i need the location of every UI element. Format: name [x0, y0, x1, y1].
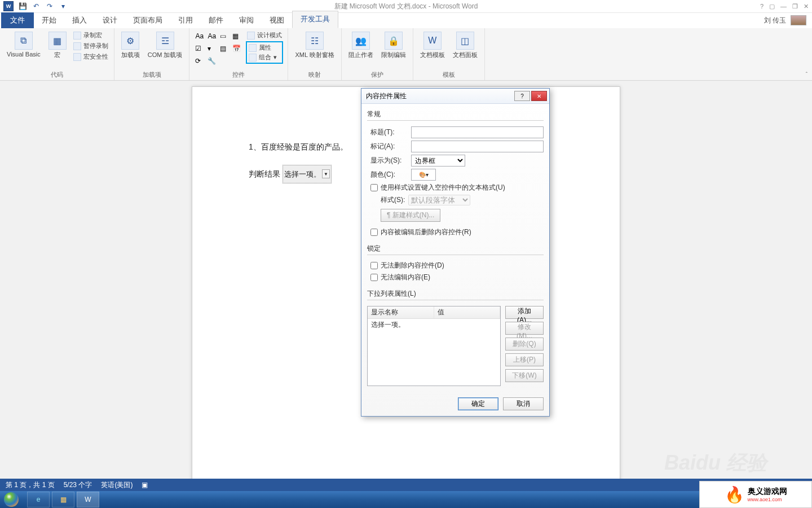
- section-general: 常规: [367, 108, 544, 121]
- plaintext-control-icon[interactable]: Aa: [206, 30, 218, 42]
- checkbox-control-icon[interactable]: ☑: [194, 43, 205, 54]
- cannot-delete-checkbox[interactable]: [370, 262, 378, 269]
- group-button[interactable]: 组合 ▾: [248, 52, 281, 62]
- macros-button[interactable]: ▦宏: [46, 30, 69, 60]
- tag-input[interactable]: [411, 141, 544, 152]
- title-bar: W 💾 ↶ ↷ ▾ 新建 Microsoft Word 文档.docx - Mi…: [0, 0, 812, 13]
- use-style-label: 使用样式设置键入空控件中的文本格式(U): [381, 183, 505, 192]
- tab-insert[interactable]: 插入: [64, 12, 95, 28]
- content-control-properties-dialog: 内容控件属性 ? ✕ 常规 标题(T): 标记(A): 显示为(S):边界框 颜…: [361, 88, 550, 417]
- language-indicator[interactable]: 英语(美国): [101, 480, 133, 490]
- watermark-brand: Baidu 经验: [664, 449, 767, 477]
- ribbon: ⧉Visual Basic ▦宏 录制宏 暂停录制 宏安全性 代码 ⚙加载项 ☲…: [0, 28, 812, 81]
- addins-button[interactable]: ⚙加载项: [119, 30, 142, 60]
- undo-icon[interactable]: ↶: [32, 2, 41, 11]
- document-template-button[interactable]: W文档模板: [418, 30, 447, 60]
- section-lock: 锁定: [367, 243, 544, 255]
- taskbar: e ▦ W: [0, 491, 812, 508]
- richtext-control-icon[interactable]: Aa: [194, 30, 205, 42]
- dropdown-value: 选择一项。: [284, 165, 321, 183]
- collapse-ribbon-icon[interactable]: ˆ: [806, 72, 807, 78]
- tag-field-label: 标记(A):: [370, 142, 408, 151]
- pause-recording-button[interactable]: 暂停录制: [72, 41, 109, 51]
- remove-after-edit-checkbox[interactable]: [370, 229, 378, 236]
- tab-layout[interactable]: 页面布局: [125, 12, 170, 28]
- macro-recording-icon[interactable]: ▣: [142, 481, 148, 489]
- restrict-editing-button[interactable]: 🔒限制编辑: [379, 30, 408, 60]
- tab-home[interactable]: 开始: [34, 12, 64, 28]
- com-addins-button[interactable]: ☲COM 加载项: [145, 30, 185, 60]
- xml-mapping-button[interactable]: ☷XML 映射窗格: [293, 30, 336, 60]
- cannot-edit-label: 无法编辑内容(E): [381, 273, 430, 282]
- macro-security-button[interactable]: 宏安全性: [72, 52, 109, 62]
- legacy-tools-icon[interactable]: 🔧: [206, 55, 218, 67]
- dialog-help-button[interactable]: ?: [514, 91, 530, 101]
- dialog-close-button[interactable]: ✕: [531, 91, 547, 101]
- redo-icon[interactable]: ↷: [45, 2, 54, 11]
- tab-mailings[interactable]: 邮件: [201, 12, 231, 28]
- dropdown-control-icon[interactable]: ▤: [219, 43, 230, 54]
- chevron-down-icon[interactable]: ▼: [322, 169, 330, 178]
- ie-taskbar-icon[interactable]: e: [27, 492, 50, 507]
- minimize-icon[interactable]: —: [780, 3, 787, 10]
- group-templates-label: 模板: [418, 69, 480, 80]
- tab-review[interactable]: 审阅: [231, 12, 262, 28]
- account-area[interactable]: 刘 传玉: [764, 15, 806, 25]
- tab-references[interactable]: 引用: [170, 12, 201, 28]
- visual-basic-button[interactable]: ⧉Visual Basic: [5, 30, 43, 59]
- col-display-name: 显示名称: [368, 306, 434, 318]
- combobox-control-icon[interactable]: ▾: [206, 43, 218, 54]
- showas-select[interactable]: 边界框: [411, 155, 465, 167]
- site-name: 奥义游戏网: [748, 487, 787, 497]
- group-code-label: 代码: [5, 69, 109, 80]
- help-icon[interactable]: ?: [760, 3, 764, 10]
- document-panel-button[interactable]: ◫文档面板: [451, 30, 480, 60]
- color-label: 颜色(C):: [370, 170, 408, 179]
- style-select: 默认段落字体: [408, 195, 470, 205]
- title-field-label: 标题(T):: [370, 128, 408, 137]
- buildingblock-control-icon[interactable]: ▦: [231, 30, 242, 42]
- restore-icon[interactable]: ❐: [792, 3, 798, 10]
- save-icon[interactable]: 💾: [18, 2, 27, 11]
- word-taskbar-icon[interactable]: W: [77, 492, 99, 507]
- tab-developer[interactable]: 开发工具: [292, 11, 338, 28]
- site-watermark: 🔥 奥义游戏网 www.aoe1.com: [699, 481, 812, 508]
- dropdown-content-control[interactable]: 选择一项。 ▼: [283, 165, 332, 183]
- dropdown-list-table[interactable]: 显示名称 值 选择一项。: [367, 306, 501, 386]
- start-button[interactable]: [0, 491, 23, 508]
- record-macro-button[interactable]: 录制宏: [72, 30, 109, 40]
- cannot-delete-label: 无法删除内容控件(D): [381, 261, 444, 270]
- cancel-button[interactable]: 取消: [503, 397, 544, 410]
- ribbon-display-icon[interactable]: ▢: [769, 3, 775, 10]
- datepicker-control-icon[interactable]: 📅: [231, 43, 242, 54]
- ribbon-tabs: 文件 开始 插入 设计 页面布局 引用 邮件 审阅 视图 开发工具 刘 传玉: [0, 13, 812, 28]
- picture-control-icon[interactable]: ▭: [219, 30, 230, 42]
- tab-view[interactable]: 视图: [262, 12, 292, 28]
- properties-button[interactable]: 属性: [248, 43, 281, 52]
- site-url: www.aoe1.com: [748, 497, 787, 502]
- group-protect-label: 保护: [346, 69, 408, 80]
- table-row[interactable]: 选择一项。: [368, 319, 500, 331]
- qat-dropdown-icon[interactable]: ▾: [59, 2, 68, 11]
- ok-button[interactable]: 确定: [458, 397, 498, 410]
- use-style-checkbox[interactable]: [370, 184, 378, 191]
- group-controls-label: 控件: [194, 69, 283, 80]
- close-icon[interactable]: ✕: [804, 3, 809, 10]
- cannot-edit-checkbox[interactable]: [370, 274, 378, 281]
- design-mode-button[interactable]: 设计模式: [246, 30, 283, 40]
- tab-file[interactable]: 文件: [1, 12, 34, 28]
- flame-icon: 🔥: [725, 485, 744, 504]
- explorer-taskbar-icon[interactable]: ▦: [52, 492, 74, 507]
- title-input[interactable]: [411, 126, 544, 138]
- account-name: 刘 传玉: [764, 16, 786, 25]
- block-authors-button[interactable]: 👥阻止作者: [346, 30, 376, 60]
- repeating-control-icon[interactable]: ⟳: [194, 55, 205, 67]
- style-label: 样式(S):: [381, 195, 405, 205]
- word-count[interactable]: 5/23 个字: [64, 480, 92, 490]
- color-picker-button[interactable]: 🎨▾: [411, 169, 436, 181]
- tab-design[interactable]: 设计: [95, 12, 125, 28]
- group-mapping-label: 映射: [293, 69, 336, 80]
- add-button[interactable]: 添加(A)...: [505, 306, 544, 319]
- page-indicator[interactable]: 第 1 页，共 1 页: [6, 480, 55, 490]
- dialog-titlebar[interactable]: 内容控件属性 ? ✕: [361, 89, 549, 104]
